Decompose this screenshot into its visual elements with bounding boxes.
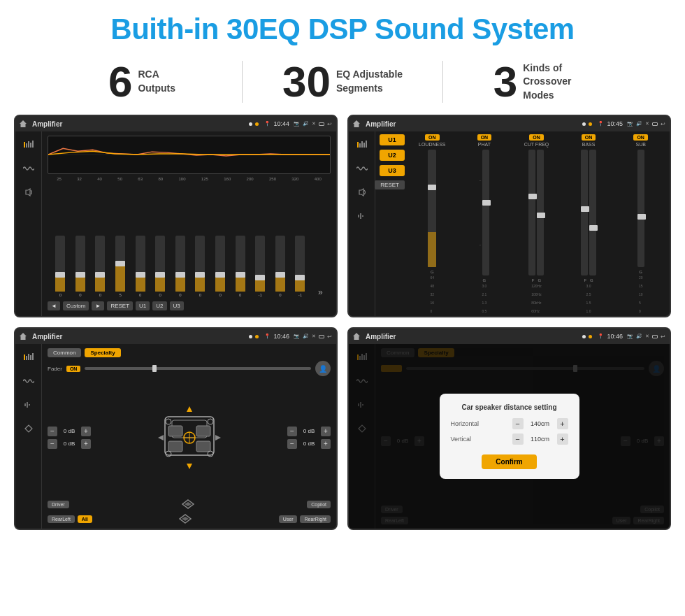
sub-on-button[interactable]: ON <box>633 134 648 141</box>
db-plus-3[interactable]: + <box>321 427 331 436</box>
crossover-sidebar-speaker[interactable] <box>354 185 370 200</box>
cutfreq-on-button[interactable]: ON <box>529 134 544 141</box>
sub-slider-g[interactable] <box>637 150 644 267</box>
eq-sidebar-wave[interactable] <box>21 161 36 176</box>
eq-next-button[interactable]: ► <box>92 301 104 310</box>
eq-track-9[interactable] <box>236 236 245 292</box>
back-icon-3[interactable]: ↩ <box>327 334 332 340</box>
db-val-2: 0 dB <box>59 440 79 447</box>
rearright-button[interactable]: RearRight <box>300 515 331 523</box>
back-icon[interactable]: ↩ <box>327 121 332 127</box>
loudness-slider[interactable] <box>428 150 436 267</box>
tab-specialty[interactable]: Specialty <box>85 348 120 357</box>
phat-on-button[interactable]: ON <box>477 134 492 141</box>
db-plus-4[interactable]: + <box>321 439 331 449</box>
vertical-plus-button[interactable]: + <box>557 434 568 445</box>
db-plus-1[interactable]: + <box>81 427 91 436</box>
speaker-sidebar-eq[interactable] <box>21 350 36 365</box>
vertical-minus-button[interactable]: − <box>512 434 524 445</box>
bass-slider-f[interactable] <box>581 150 588 275</box>
all-button[interactable]: All <box>78 515 92 523</box>
db-row-bottom-left: − 0 dB + <box>48 439 91 449</box>
fader-on-button[interactable]: ON <box>66 366 81 372</box>
crossover-sidebar-vol[interactable] <box>354 208 370 224</box>
back-icon-4[interactable]: ↩ <box>661 334 665 340</box>
eq-track-2[interactable] <box>95 236 105 292</box>
home-icon[interactable] <box>20 120 27 127</box>
eq-track-0[interactable] <box>55 236 65 292</box>
horizontal-minus-button[interactable]: − <box>512 418 524 429</box>
crossover-sidebar-wave[interactable] <box>354 161 370 176</box>
driver-button[interactable]: Driver <box>48 501 69 508</box>
crossover-reset-button[interactable]: RESET <box>375 180 405 189</box>
eq-track-12[interactable] <box>295 236 305 292</box>
more-icon[interactable]: » <box>318 287 323 297</box>
cutfreq-slider-g[interactable] <box>537 150 544 275</box>
minimize-icon-2[interactable] <box>652 122 658 126</box>
eq-u3-button[interactable]: U3 <box>170 301 184 310</box>
crossover-u2-button[interactable]: U2 <box>380 150 405 161</box>
eq-sidebar-equalizer[interactable] <box>21 137 36 152</box>
back-icon-2[interactable]: ↩ <box>661 121 665 127</box>
home-icon-3[interactable] <box>20 333 27 340</box>
crossover-u3-button[interactable]: U3 <box>380 165 405 176</box>
eq-track-10[interactable] <box>255 236 265 292</box>
crossover-sidebar-eq[interactable] <box>354 137 370 152</box>
eq-reset-button[interactable]: RESET <box>107 301 133 310</box>
dialog-body: Common Specialty 👤 − 0 dB + <box>349 344 670 529</box>
svg-point-36 <box>208 451 213 457</box>
home-icon-4[interactable] <box>353 333 360 340</box>
minimize-icon[interactable] <box>319 122 324 126</box>
db-minus-3[interactable]: − <box>287 427 297 436</box>
close-icon-4[interactable]: ✕ <box>645 334 649 339</box>
speaker-sidebar-wave[interactable] <box>21 373 36 389</box>
close-icon-3[interactable]: ✕ <box>312 334 316 339</box>
copilot-button[interactable]: Copilot <box>307 501 331 508</box>
svg-rect-9 <box>361 141 363 148</box>
eq-track-7[interactable] <box>195 236 205 292</box>
dot2 <box>255 122 259 126</box>
speaker-sidebar-expand[interactable] <box>21 421 36 436</box>
crossover-channel-sub: ON SUB G 20151050 <box>616 134 665 313</box>
eq-track-4[interactable] <box>136 236 145 292</box>
horizontal-plus-button[interactable]: + <box>557 418 568 429</box>
db-plus-2[interactable]: + <box>81 439 91 449</box>
home-icon-2[interactable] <box>353 120 360 127</box>
db-minus-1[interactable]: − <box>48 427 57 436</box>
dot8 <box>589 335 592 338</box>
rearleft-button[interactable]: RearLeft <box>48 515 75 523</box>
bass-on-button[interactable]: ON <box>582 134 596 141</box>
eq-track-3[interactable] <box>115 236 125 292</box>
eq-prev-button[interactable]: ◄ <box>48 301 60 310</box>
eq-u1-button[interactable]: U1 <box>136 301 150 310</box>
svg-marker-38 <box>187 464 192 469</box>
loudness-on-button[interactable]: ON <box>425 134 440 141</box>
eq-track-1[interactable] <box>75 236 85 292</box>
eq-track-5[interactable] <box>155 236 165 292</box>
svg-rect-26 <box>168 441 182 452</box>
confirm-button[interactable]: Confirm <box>482 454 536 469</box>
speaker-sidebar-vol[interactable] <box>21 397 36 413</box>
fader-slider[interactable] <box>85 367 311 370</box>
eq-track-8[interactable] <box>215 236 225 292</box>
minimize-icon-4[interactable] <box>652 335 658 338</box>
close-icon-2[interactable]: ✕ <box>645 121 649 127</box>
user-button[interactable]: User <box>279 515 298 523</box>
tab-common[interactable]: Common <box>48 348 81 357</box>
eq-track-11[interactable] <box>275 236 285 292</box>
crossover-u1-button[interactable]: U1 <box>380 134 405 145</box>
cutfreq-label: CUT FREQ <box>524 142 549 147</box>
bass-slider-g[interactable] <box>589 150 596 275</box>
close-icon[interactable]: ✕ <box>312 121 316 127</box>
eq-u2-button[interactable]: U2 <box>152 301 166 310</box>
db-minus-2[interactable]: − <box>48 439 57 449</box>
minimize-icon-3[interactable] <box>319 335 324 338</box>
eq-track-6[interactable] <box>175 236 185 292</box>
cutfreq-slider-f[interactable] <box>528 150 535 275</box>
eq-sidebar-speaker[interactable] <box>21 185 36 200</box>
db-row-bottom-right: − 0 dB + <box>287 439 331 449</box>
db-minus-4[interactable]: − <box>287 439 297 449</box>
phat-slider[interactable] <box>482 150 489 275</box>
bass-label: BASS <box>582 142 596 147</box>
vertical-label: Vertical <box>451 436 472 443</box>
